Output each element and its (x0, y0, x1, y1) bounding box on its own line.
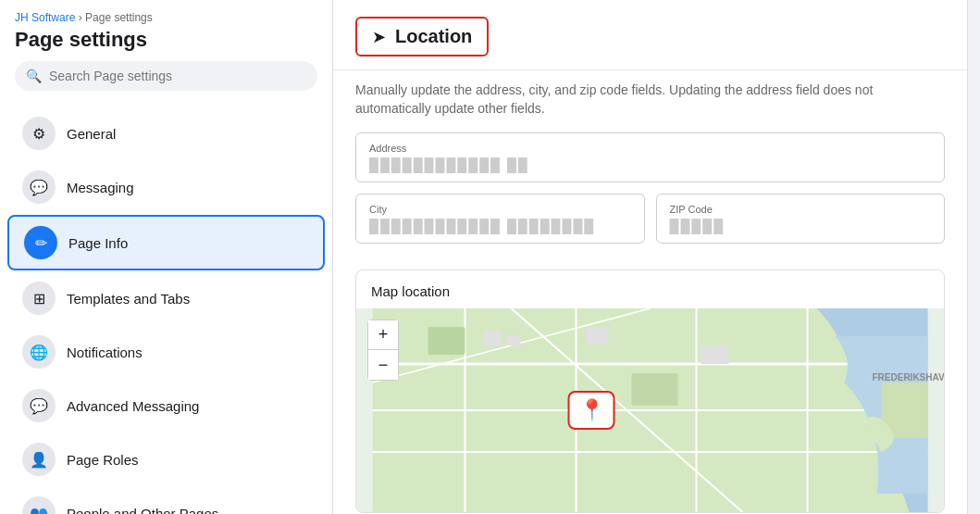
sidebar-item-label-general: General (67, 126, 116, 142)
svg-rect-16 (586, 327, 609, 344)
general-icon: ⚙ (22, 117, 56, 150)
page-title: Page settings (15, 28, 317, 52)
sidebar-item-page-roles[interactable]: 👤 Page Roles (7, 433, 325, 485)
location-arrow-icon: ➤ (372, 27, 386, 47)
breadcrumb-company[interactable]: JH Software (15, 11, 75, 24)
location-description: Manually update the address, city, and z… (333, 70, 967, 132)
map-area[interactable]: FREDERIKSHAVN + − 📍 (356, 308, 944, 512)
sidebar-item-general[interactable]: ⚙ General (7, 107, 325, 159)
sidebar-item-label-advanced-messaging: Advanced Messaging (67, 398, 199, 414)
sidebar-item-label-people: People and Other Pages (67, 506, 218, 515)
map-zoom-controls: + − (367, 320, 399, 381)
search-input[interactable] (49, 69, 306, 83)
sidebar-item-page-info[interactable]: ✏ Page Info (7, 215, 325, 270)
map-label: Map location (356, 270, 944, 308)
messaging-icon: 💬 (22, 170, 56, 204)
location-title-box: ➤ Location (355, 17, 489, 56)
sidebar-item-label-page-roles: Page Roles (67, 452, 139, 468)
sidebar-header: JH Software › Page settings Page setting… (0, 0, 332, 106)
sidebar-item-label-page-info: Page Info (68, 235, 128, 251)
breadcrumb-page: Page settings (85, 11, 153, 24)
svg-text:FREDERIKSHAVN: FREDERIKSHAVN (873, 372, 945, 382)
location-header: ➤ Location (333, 0, 967, 70)
form-section: Address ████████████ ██ City ███████████… (333, 132, 967, 270)
sidebar-item-label-messaging: Messaging (67, 180, 134, 195)
zip-field[interactable]: ZIP Code █████ (656, 194, 946, 244)
scrollbar-area (967, 0, 980, 514)
city-field[interactable]: City ████████████ ████████ (355, 194, 645, 244)
svg-rect-17 (701, 345, 729, 364)
zip-value: █████ (670, 219, 932, 233)
sidebar-item-messaging[interactable]: 💬 Messaging (7, 161, 325, 213)
advanced-messaging-icon: 💬 (22, 389, 56, 422)
zoom-in-button[interactable]: + (368, 320, 398, 350)
notifications-icon: 🌐 (22, 335, 56, 369)
sidebar-item-templates-tabs[interactable]: ⊞ Templates and Tabs (7, 272, 325, 324)
sidebar-item-people-other-pages[interactable]: 👥 People and Other Pages (7, 487, 325, 514)
map-section: Map location (355, 270, 945, 513)
location-title: Location (395, 26, 472, 47)
zip-label: ZIP Code (670, 204, 932, 215)
address-value: ████████████ ██ (369, 157, 931, 172)
svg-rect-15 (507, 336, 521, 345)
sidebar-nav: ⚙ General 💬 Messaging ✏ Page Info ⊞ Temp… (0, 106, 332, 514)
svg-rect-12 (428, 327, 465, 355)
breadcrumb-separator: › (75, 11, 85, 24)
page-info-icon: ✏ (24, 226, 57, 259)
sidebar-item-notifications[interactable]: 🌐 Notifications (7, 326, 325, 378)
city-value: ████████████ ████████ (369, 219, 631, 233)
svg-rect-14 (484, 332, 502, 345)
map-pin-icon: 📍 (579, 398, 604, 422)
sidebar-item-label-templates: Templates and Tabs (67, 291, 190, 307)
city-label: City (369, 204, 631, 215)
map-pin-box: 📍 (568, 391, 615, 430)
search-box: 🔍 (15, 61, 317, 91)
address-field[interactable]: Address ████████████ ██ (355, 132, 945, 182)
map-svg: FREDERIKSHAVN (356, 308, 944, 512)
breadcrumb: JH Software › Page settings (15, 11, 317, 24)
address-label: Address (369, 143, 931, 154)
sidebar: JH Software › Page settings Page setting… (0, 0, 333, 514)
search-icon: 🔍 (26, 69, 42, 83)
svg-rect-13 (632, 373, 678, 406)
page-roles-icon: 👤 (22, 443, 56, 476)
sidebar-item-advanced-messaging[interactable]: 💬 Advanced Messaging (7, 380, 325, 432)
map-pin-wrapper[interactable]: 📍 (568, 391, 615, 430)
sidebar-item-label-notifications: Notifications (67, 345, 143, 360)
people-icon: 👥 (22, 496, 56, 514)
city-zip-row: City ████████████ ████████ ZIP Code ████… (355, 194, 945, 255)
main-content: ➤ Location Manually update the address, … (333, 0, 967, 514)
templates-icon: ⊞ (22, 282, 56, 315)
zoom-out-button[interactable]: − (368, 350, 398, 380)
